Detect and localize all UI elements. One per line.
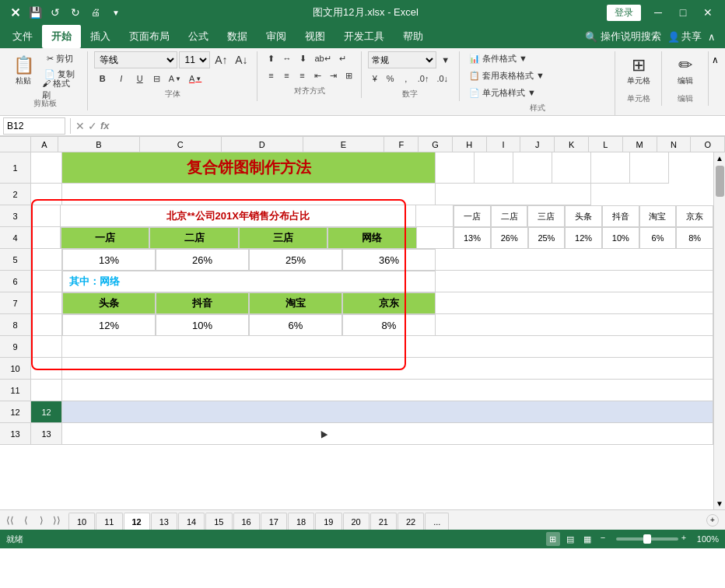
decrease-decimal-button[interactable]: .0↓ [433,72,451,86]
sheet-prev-button[interactable]: ⟨ [19,513,33,527]
mini-h-yidian[interactable]: 一店 [454,205,491,227]
menu-home[interactable]: 开始 [42,25,81,48]
share-button[interactable]: 👤 共享 [667,30,702,44]
mini-v-yidian[interactable]: 13% [454,227,491,249]
menu-insert[interactable]: 插入 [81,25,120,48]
search-label[interactable]: 🔍 操作说明搜索 [585,30,661,44]
menu-data[interactable]: 数据 [218,25,257,48]
currency-button[interactable]: ¥ [368,72,382,86]
add-sheet-button[interactable]: + [706,514,719,527]
increase-indent-button[interactable]: ⇥ [326,68,340,82]
cell-rest-r8[interactable] [436,314,713,336]
col-header-f[interactable]: F [384,137,419,152]
mini-v-douyin[interactable]: 10% [602,227,639,249]
col-header-e[interactable]: E [303,137,385,152]
excel-icon[interactable]: ✕ [6,4,23,21]
cell-rest-r6[interactable] [436,271,713,292]
align-middle-button[interactable]: ↔ [279,51,294,65]
mini-h-douyin[interactable]: 抖音 [602,205,639,227]
row-num-11[interactable]: 11 [0,380,31,401]
scroll-up-button[interactable]: ▲ [714,152,725,164]
decrease-font-button[interactable]: A↓ [232,53,250,67]
maximize-button[interactable]: □ [672,4,694,21]
sheet-last-button[interactable]: ⟩⟩ [50,513,64,527]
cell-e8[interactable]: 8% [342,314,436,336]
format-as-table-button[interactable]: 📋 套用表格格式 ▼ [466,68,548,82]
mini-h-erdian[interactable]: 二店 [491,205,528,227]
align-left-button[interactable]: ≡ [264,68,278,82]
save-icon[interactable]: 💾 [26,4,44,21]
sheet-tab-22[interactable]: 22 [398,513,424,530]
print-preview-icon[interactable]: 🖨 [87,4,104,21]
cell-a11[interactable] [31,380,62,401]
sheet-tab-14[interactable]: 14 [178,513,205,530]
row-num-1[interactable]: 1 [0,152,31,184]
menu-developer[interactable]: 开发工具 [334,25,394,48]
font-color-button[interactable]: A▼ [186,72,205,86]
cell-b6-sublabel[interactable]: 其中：网络 [62,271,436,292]
cell-e5[interactable]: 36% [342,249,436,271]
sheet-tab-11[interactable]: 11 [96,513,122,530]
col-header-c[interactable]: C [140,137,222,152]
cell-h1[interactable] [513,152,552,184]
conditional-format-button[interactable]: 📊 条件格式 ▼ [466,51,531,65]
cell-j1[interactable] [591,152,630,184]
align-right-button[interactable]: ≡ [295,68,309,82]
increase-font-button[interactable]: A↑ [212,53,230,67]
cell-c4[interactable]: 二店 [149,227,238,249]
font-name-select[interactable]: 等线 [94,51,178,68]
align-center-button[interactable]: ≡ [279,68,293,82]
sheet-tab-12-active[interactable]: 12 [124,513,150,530]
col-header-j[interactable]: J [520,137,555,152]
sheet-tab-13[interactable]: 13 [151,513,177,530]
font-size-select[interactable]: 11 [179,51,210,68]
cell-e7[interactable]: 京东 [342,292,436,314]
mini-v-taobao[interactable]: 6% [639,227,677,249]
cell-d7[interactable]: 淘宝 [249,292,342,314]
scroll-down-button[interactable]: ▼ [714,498,725,509]
cell-a4[interactable] [31,227,61,249]
cell-b4[interactable]: 一店 [61,227,149,249]
mini-h-toutiao[interactable]: 头条 [565,205,602,227]
menu-formula[interactable]: 公式 [179,25,218,48]
sheet-tab-21[interactable]: 21 [370,513,397,530]
formula-input[interactable] [113,117,722,135]
cell-b7[interactable]: 头条 [62,292,156,314]
cell-d5[interactable]: 25% [249,249,342,271]
cell-a8[interactable] [31,314,62,336]
number-format-expand[interactable]: ▼ [438,53,453,67]
zoom-in-button[interactable]: + [681,533,694,545]
mini-v-jingdong[interactable]: 8% [676,227,713,249]
col-header-g[interactable]: G [419,137,453,152]
cell-i1[interactable] [552,152,591,184]
ribbon-collapse-button[interactable]: ∧ [709,51,722,68]
col-header-h[interactable]: H [453,137,487,152]
cell-d4[interactable]: 三店 [239,227,327,249]
sheet-tab-15[interactable]: 15 [205,513,232,530]
menu-review[interactable]: 审阅 [257,25,296,48]
cell-rest-r11[interactable] [62,380,713,401]
col-header-d[interactable]: D [222,137,303,152]
undo-icon[interactable]: ↺ [47,4,64,21]
row-num-9[interactable]: 9 [0,336,31,358]
page-layout-button[interactable]: ▤ [563,532,577,546]
cell-b2e2[interactable] [62,184,436,205]
vertical-scrollbar[interactable]: ▲ ▼ [713,152,725,509]
customize-icon[interactable]: ▼ [107,4,124,21]
cell-a9[interactable] [31,336,62,357]
cell-b3e3-title[interactable]: 北京**公司201X年销售分布占比 [61,205,416,227]
close-button[interactable]: ✕ [697,4,719,21]
col-header-a[interactable]: A [31,137,58,152]
row-num-7[interactable]: 7 [0,292,31,314]
merge-cells-button[interactable]: ⊞ [341,68,355,82]
menu-view[interactable]: 视图 [296,25,334,48]
mini-h-taobao[interactable]: 淘宝 [639,205,677,227]
zoom-out-button[interactable]: − [601,533,613,545]
scroll-thumb[interactable] [716,166,724,197]
cell-a5[interactable] [31,249,62,271]
mini-v-sandian[interactable]: 25% [528,227,566,249]
comma-button[interactable]: , [399,72,413,86]
cell-k1[interactable] [630,152,669,184]
sheet-tab-10[interactable]: 10 [68,513,95,530]
percent-button[interactable]: % [384,72,398,86]
